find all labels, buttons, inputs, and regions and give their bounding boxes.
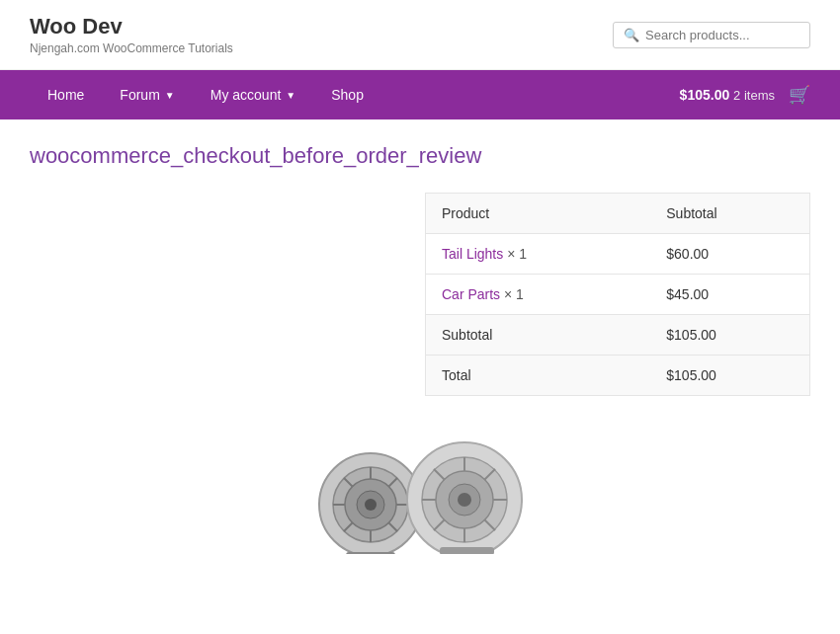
product-link-taillights[interactable]: Tail Lights: [442, 246, 507, 262]
site-tagline: Njengah.com WooCommerce Tutorials: [30, 41, 233, 55]
subtotal-label: Subtotal: [426, 315, 651, 356]
product-price-carparts: $45.00: [650, 275, 809, 315]
main-content: woocommerce_checkout_before_order_review…: [0, 119, 840, 578]
svg-rect-26: [346, 552, 395, 554]
cart-items-badge: 2 items: [733, 88, 775, 103]
product-price-taillights: $60.00: [650, 234, 809, 275]
total-row: Total $105.00: [426, 356, 810, 396]
nav-right: $105.00 2 items 🛒: [680, 84, 810, 106]
chevron-down-icon: ▼: [165, 90, 175, 101]
nav-left: Home Forum ▼ My account ▼ Shop: [30, 70, 680, 119]
hook-title: woocommerce_checkout_before_order_review: [30, 143, 810, 169]
chevron-down-icon: ▼: [286, 90, 295, 101]
total-value: $105.00: [650, 356, 809, 396]
order-table: Product Subtotal Tail Lights × 1 $60.00: [425, 193, 810, 396]
search-icon: 🔍: [624, 28, 639, 42]
col-header-subtotal: Subtotal: [650, 194, 809, 234]
search-input[interactable]: [645, 28, 799, 42]
site-title: Woo Dev: [30, 14, 233, 40]
subtotal-value: $105.00: [650, 315, 809, 356]
product-image-area: [30, 426, 810, 554]
subtotal-row: Subtotal $105.00: [426, 315, 810, 356]
site-branding: Woo Dev Njengah.com WooCommerce Tutorial…: [30, 14, 233, 55]
site-header: Woo Dev Njengah.com WooCommerce Tutorial…: [0, 0, 840, 70]
table-row: Car Parts × 1 $45.00: [426, 275, 810, 315]
svg-point-4: [365, 499, 377, 511]
product-qty-carparts: × 1: [504, 286, 524, 302]
search-box[interactable]: 🔍: [613, 22, 810, 48]
nav-item-home[interactable]: Home: [30, 70, 102, 119]
main-nav: Home Forum ▼ My account ▼ Shop $105.00 2…: [0, 70, 840, 119]
col-header-product: Product: [426, 194, 651, 234]
order-review-wrap: Product Subtotal Tail Lights × 1 $60.00: [30, 193, 810, 396]
total-label: Total: [426, 356, 651, 396]
table-row: Tail Lights × 1 $60.00: [426, 234, 810, 275]
product-name-cell: Tail Lights × 1: [426, 234, 651, 275]
svg-rect-27: [440, 547, 494, 554]
nav-item-forum[interactable]: Forum ▼: [102, 70, 192, 119]
nav-item-myaccount[interactable]: My account ▼: [193, 70, 314, 119]
cart-total: $105.00 2 items: [680, 87, 775, 103]
nav-item-shop[interactable]: Shop: [313, 70, 381, 119]
cart-icon[interactable]: 🛒: [789, 84, 810, 106]
product-qty-taillights: × 1: [507, 246, 527, 262]
speakers-image: [292, 426, 548, 554]
svg-point-17: [458, 493, 471, 507]
product-name-cell: Car Parts × 1: [426, 275, 651, 315]
product-link-carparts[interactable]: Car Parts: [442, 286, 504, 302]
